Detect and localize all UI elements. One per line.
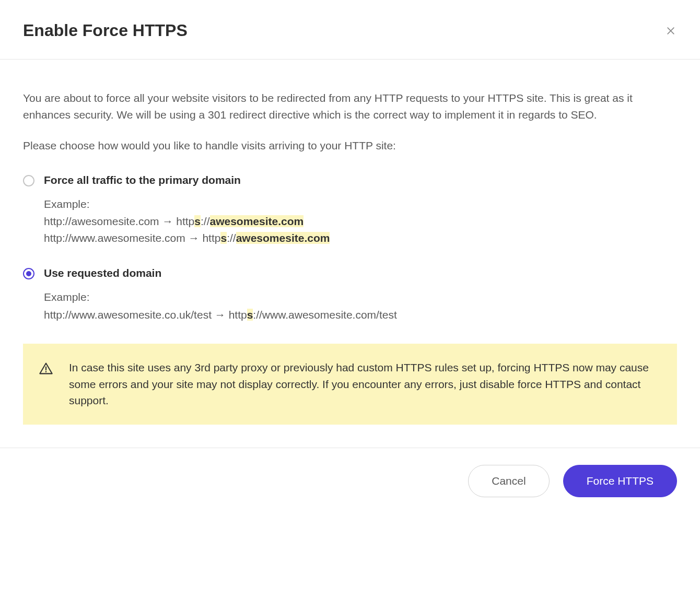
cancel-button[interactable]: Cancel <box>468 465 549 497</box>
example-line: http://www.awesomesite.co.uk/test → http… <box>44 307 677 323</box>
example-line: http://www.awesomesite.com → https://awe… <box>44 230 677 247</box>
example-line: http://awesomesite.com → https://awesome… <box>44 213 677 230</box>
radio-option-0[interactable] <box>23 175 34 186</box>
warning-box: In case this site uses any 3rd party pro… <box>23 344 677 425</box>
close-icon[interactable] <box>664 25 677 37</box>
warning-text: In case this site uses any 3rd party pro… <box>69 359 661 409</box>
example-label: Example: <box>44 289 677 306</box>
option-label: Force all traffic to the primary domain <box>44 174 677 186</box>
prompt-text: Please choose how would you like to hand… <box>23 137 677 154</box>
warning-icon <box>39 361 53 378</box>
svg-point-1 <box>45 371 47 373</box>
force-https-button[interactable]: Force HTTPS <box>563 465 677 497</box>
example-label: Example: <box>44 196 677 213</box>
option-label: Use requested domain <box>44 267 677 279</box>
intro-text: You are about to force all your website … <box>23 90 677 123</box>
modal-title: Enable Force HTTPS <box>23 21 188 40</box>
radio-option-1[interactable] <box>23 268 34 279</box>
